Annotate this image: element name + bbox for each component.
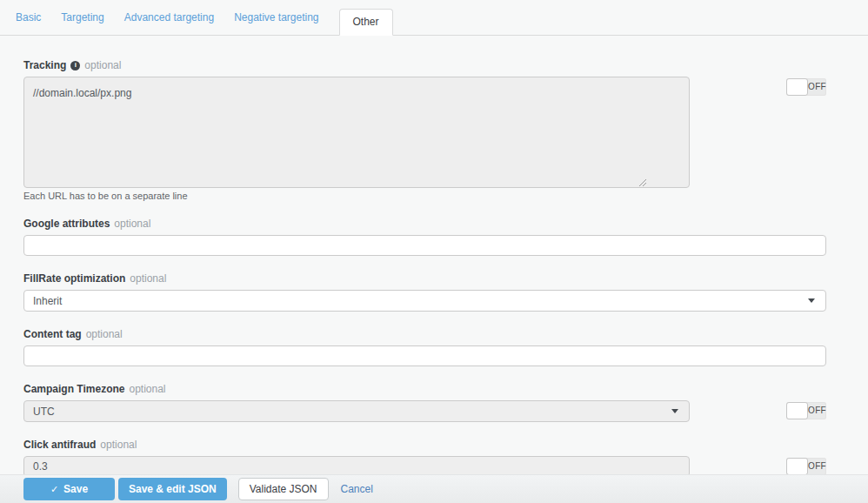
tracking-textarea: //domain.local/px.png <box>23 77 690 188</box>
field-click-antifraud: Click antifraud optional OFF <box>23 439 826 477</box>
save-button-label: Save <box>63 483 88 495</box>
campaign-timezone-select: UTC <box>23 400 690 422</box>
tab-negative-targeting[interactable]: Negative targeting <box>234 11 318 35</box>
content-tag-label-row: Content tag optional <box>23 328 826 340</box>
fillrate-label: FillRate optimization <box>23 272 125 285</box>
field-content-tag: Content tag optional <box>23 328 826 366</box>
tab-bar: Basic Targeting Advanced targeting Negat… <box>0 0 868 36</box>
toggle-knob[interactable] <box>786 402 808 419</box>
tracking-label-row: Tracking i optional <box>23 59 826 71</box>
field-fillrate-optimization: FillRate optimization optional Inherit <box>23 272 826 312</box>
toggle-knob[interactable] <box>786 78 808 96</box>
field-campaign-timezone: Campaign Timezone optional UTC OFF <box>23 383 826 422</box>
campaign-timezone-control-row: UTC OFF <box>23 400 826 422</box>
fillrate-label-row: FillRate optimization optional <box>23 272 826 285</box>
tracking-control-row: //domain.local/px.png OFF <box>23 77 826 188</box>
chevron-down-icon <box>808 298 815 303</box>
content-tag-input[interactable] <box>23 345 826 366</box>
field-google-attributes: Google attributes optional <box>23 218 826 256</box>
toggle-state-label: OFF <box>808 458 826 475</box>
check-icon: ✓ <box>50 484 58 495</box>
optional-label: optional <box>84 59 121 71</box>
info-icon[interactable]: i <box>70 61 80 70</box>
toggle-state-label: OFF <box>808 402 826 419</box>
google-attributes-input[interactable] <box>23 235 826 256</box>
tab-basic[interactable]: Basic <box>16 11 41 35</box>
google-attributes-control-row <box>23 235 826 256</box>
fillrate-selected-value: Inherit <box>33 295 62 307</box>
optional-label: optional <box>130 272 166 285</box>
fillrate-control-row: Inherit <box>23 290 826 312</box>
campaign-timezone-selected-value: UTC <box>33 406 55 418</box>
click-antifraud-label-row: Click antifraud optional <box>23 439 826 451</box>
tracking-helper-text: Each URL has to be on a separate line <box>23 191 826 201</box>
chevron-down-icon <box>671 409 678 413</box>
campaign-timezone-label: Campaign Timezone <box>23 383 124 395</box>
campaign-timezone-label-row: Campaign Timezone optional <box>23 383 826 395</box>
tab-targeting[interactable]: Targeting <box>61 11 103 35</box>
optional-label: optional <box>129 383 165 395</box>
save-edit-json-button[interactable]: Save & edit JSON <box>118 478 227 500</box>
cancel-link[interactable]: Cancel <box>341 483 373 495</box>
save-button[interactable]: ✓ Save <box>23 478 115 500</box>
fillrate-select[interactable]: Inherit <box>23 290 826 312</box>
content-tag-control-row <box>23 345 826 366</box>
validate-json-button[interactable]: Validate JSON <box>238 478 329 500</box>
optional-label: optional <box>86 328 123 340</box>
tab-other[interactable]: Other <box>339 9 393 36</box>
toggle-knob[interactable] <box>786 458 808 475</box>
google-attributes-label: Google attributes <box>23 218 110 230</box>
google-attributes-label-row: Google attributes optional <box>23 218 826 230</box>
footer-action-bar: ✓ Save Save & edit JSON Validate JSON Ca… <box>0 474 868 503</box>
click-antifraud-toggle[interactable]: OFF <box>786 458 826 475</box>
content-tag-label: Content tag <box>23 328 82 340</box>
tracking-label: Tracking <box>23 59 66 71</box>
click-antifraud-label: Click antifraud <box>23 439 96 451</box>
tab-advanced-targeting[interactable]: Advanced targeting <box>124 11 214 35</box>
optional-label: optional <box>100 439 137 451</box>
form-content: Tracking i optional //domain.local/px.pn… <box>0 36 868 477</box>
field-tracking: Tracking i optional //domain.local/px.pn… <box>23 59 826 201</box>
campaign-timezone-toggle[interactable]: OFF <box>786 402 826 419</box>
tracking-toggle[interactable]: OFF <box>786 78 826 96</box>
optional-label: optional <box>114 218 150 230</box>
toggle-state-label: OFF <box>808 78 826 96</box>
